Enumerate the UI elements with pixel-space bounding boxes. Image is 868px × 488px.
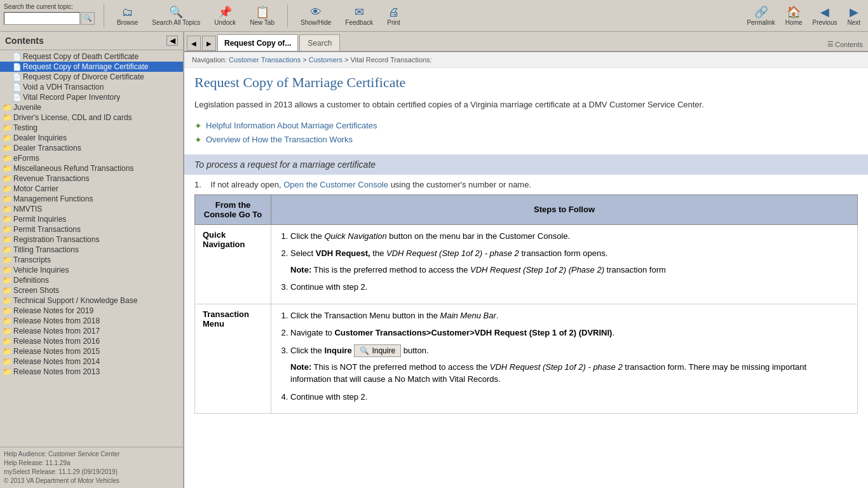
sidebar-item-release-2016[interactable]: 📁 Release Notes from 2016: [0, 336, 183, 346]
contents-icon: ☰: [827, 40, 834, 48]
sidebar-item-vital-paper[interactable]: 📄 Vital Record Paper Inventory: [0, 92, 183, 102]
sidebar-item-release-2014[interactable]: 📁 Release Notes from 2014: [0, 356, 183, 367]
contents-toggle-button[interactable]: ☰ Contents: [825, 39, 865, 50]
breadcrumb-customers[interactable]: Customers: [309, 56, 342, 64]
copyright: © 2013 VA Department of Motor Vehicles: [4, 477, 179, 485]
list-item: Click the Inquire 🔍 Inquire button. Note…: [290, 344, 850, 386]
search-all-icon: 🔍: [169, 5, 183, 19]
inquire-button[interactable]: 🔍 Inquire: [354, 344, 401, 357]
sidebar-item-revenue[interactable]: 📁 Revenue Transactions: [0, 173, 183, 184]
folder-icon: 📁: [3, 164, 12, 173]
sidebar-item-release-2017[interactable]: 📁 Release Notes from 2017: [0, 326, 183, 336]
sidebar-item-void-vdh[interactable]: 📄 Void a VDH Transaction: [0, 82, 183, 92]
folder-icon: 📁: [3, 357, 12, 366]
list-item: Click the Transaction Menu button in the…: [290, 309, 850, 322]
sidebar-item-req-copy-divorce[interactable]: 📄 Request Copy of Divorce Certificate: [0, 72, 183, 82]
open-console-link[interactable]: Open the Customer Console: [283, 180, 388, 189]
page-content: Navigation: Customer Transactions > Cust…: [184, 52, 868, 488]
sidebar-item-permit-inquiries[interactable]: 📁 Permit Inquiries: [0, 214, 183, 224]
sidebar-collapse-button[interactable]: ◀: [166, 36, 178, 46]
new-tab-button[interactable]: 📋 New Tab: [246, 4, 278, 27]
contents-title: Contents: [5, 36, 44, 46]
tab-nav-forward-button[interactable]: ▶: [202, 36, 216, 51]
sidebar: Contents ◀ 📄 Request Copy of Death Certi…: [0, 32, 184, 488]
tab-search[interactable]: Search: [299, 34, 340, 51]
folder-icon: 📁: [3, 154, 12, 163]
search-submit-button[interactable]: 🔍: [81, 12, 95, 25]
tab-nav-back-button[interactable]: ◀: [187, 36, 201, 51]
section-link-overview[interactable]: ✦ Overview of How the Transaction Works: [184, 133, 868, 147]
sidebar-item-registration[interactable]: 📁 Registration Transactions: [0, 234, 183, 245]
search-input[interactable]: [4, 12, 80, 25]
sidebar-item-transcripts[interactable]: 📁 Transcripts: [0, 255, 183, 265]
permalink-icon: 🔗: [754, 5, 768, 19]
folder-icon: 📁: [3, 133, 12, 142]
sidebar-footer: Help Audience: Customer Service Center H…: [0, 447, 183, 488]
steps-table: From the Console Go To Steps to Follow Q…: [194, 194, 858, 414]
feedback-button[interactable]: ✉ Feedback: [341, 4, 377, 27]
sidebar-item-permit-transactions[interactable]: 📁 Permit Transactions: [0, 224, 183, 234]
list-item: Click the Quick Navigation button on the…: [290, 230, 850, 243]
folder-icon: 📁: [3, 316, 12, 325]
folder-icon: 📁: [3, 367, 12, 376]
section-link-helpful[interactable]: ✦ Helpful Information About Marriage Cer…: [184, 119, 868, 133]
doc-icon: 📄: [13, 83, 22, 92]
undock-button[interactable]: 📌 Undock: [210, 4, 240, 27]
sidebar-item-juvenile[interactable]: 📁 Juvenile: [0, 102, 183, 112]
home-button[interactable]: 🏠 Home: [782, 4, 806, 27]
step-intro: 1. If not already open, Open the Custome…: [184, 175, 868, 194]
sidebar-item-definitions[interactable]: 📁 Definitions: [0, 275, 183, 285]
sidebar-item-req-copy-marriage[interactable]: 📄 Request Copy of Marriage Certificate: [0, 62, 183, 72]
sidebar-item-testing[interactable]: 📁 Testing: [0, 123, 183, 133]
inquire-search-icon: 🔍: [360, 346, 369, 355]
folder-icon: 📁: [3, 266, 12, 274]
search-all-button[interactable]: 🔍 Search All Topics: [148, 4, 204, 27]
intro-text: Legislation passed in 2013 allows a cust…: [184, 95, 868, 119]
sidebar-item-eforms[interactable]: 📁 eForms: [0, 153, 183, 163]
note-box: Note: This is the preferred method to ac…: [290, 264, 850, 276]
sidebar-item-tech-support[interactable]: 📁 Technical Support / Knowledge Base: [0, 295, 183, 306]
sidebar-item-management[interactable]: 📁 Management Functions: [0, 194, 183, 204]
transaction-menu-steps: Click the Transaction Menu button in the…: [279, 309, 850, 403]
sidebar-item-dealer-transactions[interactable]: 📁 Dealer Transactions: [0, 143, 183, 153]
doc-icon: 📄: [13, 73, 22, 81]
list-item: Continue with step 2.: [290, 281, 850, 294]
folder-icon: 📁: [3, 215, 12, 224]
folder-icon: 📁: [3, 306, 12, 315]
folder-icon: 📁: [3, 286, 12, 295]
sidebar-item-req-copy-death[interactable]: 📄 Request Copy of Death Certificate: [0, 51, 183, 62]
folder-icon: 📁: [3, 174, 12, 183]
sidebar-item-release-2015[interactable]: 📁 Release Notes from 2015: [0, 346, 183, 356]
sidebar-item-screen-shots[interactable]: 📁 Screen Shots: [0, 285, 183, 295]
sidebar-item-release-2019[interactable]: 📁 Release Notes for 2019: [0, 306, 183, 316]
sidebar-item-dealer-inquiries[interactable]: 📁 Dealer Inquiries: [0, 133, 183, 143]
search-area: Search the current topic: 🔍: [4, 12, 95, 25]
show-hide-button[interactable]: 👁 Show/Hide: [297, 4, 335, 27]
permalink-button[interactable]: 🔗 Permalink: [743, 4, 778, 27]
folder-icon: 📁: [3, 337, 12, 346]
breadcrumb-vital-records: Vital Record Transactions:: [350, 56, 431, 64]
sidebar-item-nmvtis[interactable]: 📁 NMVTIS: [0, 204, 183, 214]
sep1: [104, 4, 104, 27]
sidebar-item-vehicle-inquiries[interactable]: 📁 Vehicle Inquiries: [0, 265, 183, 275]
breadcrumb-label: Navigation:: [192, 56, 229, 64]
print-button[interactable]: 🖨 Print: [383, 4, 404, 27]
folder-icon: 📁: [3, 205, 12, 214]
home-icon: 🏠: [787, 5, 801, 19]
sidebar-item-titling[interactable]: 📁 Titling Transactions: [0, 245, 183, 255]
folder-icon: 📁: [3, 235, 12, 244]
row-label-quick-nav: Quick Navigation: [195, 224, 271, 304]
tab-main[interactable]: Request Copy of...: [217, 34, 298, 51]
tab-bar: ◀ ▶ Request Copy of... Search ☰ Contents: [184, 32, 868, 52]
previous-button[interactable]: ◀ Previous: [809, 4, 841, 27]
sidebar-item-misc-refund[interactable]: 📁 Miscellaneous Refund Transactions: [0, 163, 183, 173]
toolbar: Search the current topic: 🔍 🗂 Browse 🔍 S…: [0, 0, 868, 32]
sidebar-item-drivers-license[interactable]: 📁 Driver's License, CDL and ID cards: [0, 112, 183, 123]
sidebar-item-release-2018[interactable]: 📁 Release Notes from 2018: [0, 316, 183, 326]
breadcrumb-customer-transactions[interactable]: Customer Transactions: [229, 56, 301, 64]
sidebar-item-release-2013[interactable]: 📁 Release Notes from 2013: [0, 367, 183, 377]
browse-button[interactable]: 🗂 Browse: [113, 4, 142, 27]
next-button[interactable]: ▶ Next: [843, 4, 864, 27]
sidebar-item-motor-carrier[interactable]: 📁 Motor Carrier: [0, 184, 183, 194]
arrow-icon: ✦: [194, 135, 202, 145]
